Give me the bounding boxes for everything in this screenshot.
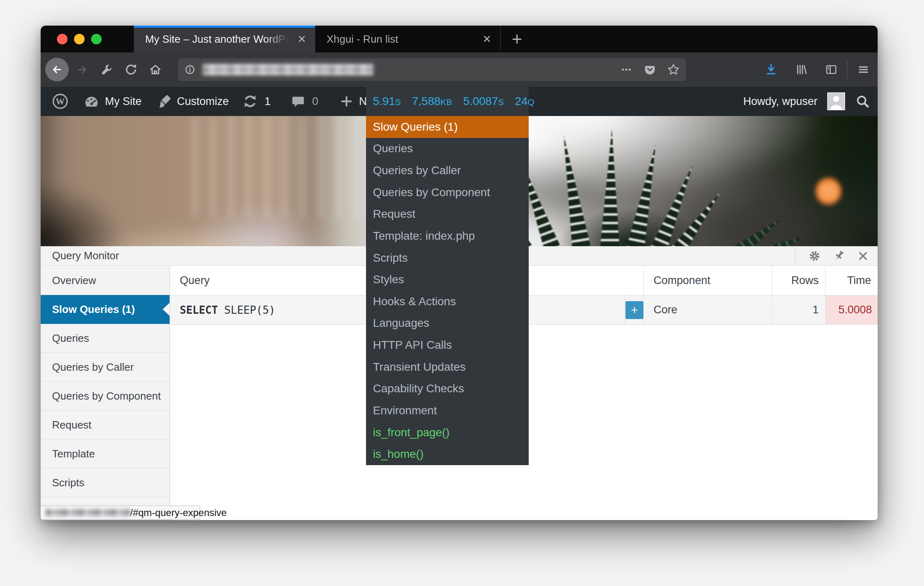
home-button[interactable] [148,63,162,77]
sql-text: SLEEP(5) [218,304,275,316]
qm-menu-item[interactable]: Queries by Component [366,181,529,203]
url-bar[interactable] [178,58,686,81]
qm-sidebar-tab[interactable]: Queries by Caller [41,353,170,382]
menu-hamburger-button[interactable] [856,63,870,77]
qm-menu-item[interactable]: Hooks & Actions [366,291,529,313]
user-avatar[interactable] [827,92,845,110]
qm-menu-item[interactable]: is_home() [366,443,529,465]
redacted-url-text [203,64,373,75]
qm-sidebar-tab[interactable]: Queries by Component [41,382,170,411]
wordpress-logo-icon: W [52,93,69,110]
updates-menu[interactable]: 1 [242,87,271,116]
qm-sidebar-tab[interactable]: Queries [41,324,170,353]
expand-cell: + [625,295,643,325]
comment-bubble-icon [290,94,306,109]
qm-stat: 5.91s [373,95,401,108]
query-monitor-admin-item[interactable]: 5.91s7,588kb5.0087s24q [366,87,529,116]
qm-sidebar-tab[interactable]: Template [41,440,170,468]
qm-menu-item[interactable]: Queries by Caller [366,160,529,181]
divider [795,250,795,262]
pocket-icon[interactable] [643,63,657,77]
person-icon [828,93,844,109]
customize-label: Customize [177,95,229,108]
zoom-window-button[interactable] [91,34,102,44]
qm-sidebar-tab[interactable]: Slow Queries (1) [41,295,170,324]
col-header-time[interactable]: Time [825,266,878,295]
qm-menu-item[interactable]: Queries [366,138,529,160]
comments-menu[interactable]: 0 [290,87,318,116]
page-tools-wrench-icon[interactable] [100,63,113,77]
new-tab-button[interactable]: + [501,26,533,52]
customize-brush-icon [156,93,172,109]
qm-menu-item[interactable]: Scripts [366,247,529,269]
close-panel-icon[interactable] [856,249,870,262]
tab-bar: My Site – Just another WordPress si ✕ Xh… [41,26,878,52]
status-link-suffix: /#qm-query-expensive [130,507,227,518]
orange-bokeh-light [815,177,841,206]
qm-menu-item[interactable]: is_front_page() [366,422,529,444]
updates-count: 1 [265,95,271,108]
qm-stat: 24q [515,95,534,108]
navigation-toolbar [41,52,878,87]
qm-panel-title: Query Monitor [52,249,119,262]
qm-sidebar-tabs: OverviewSlow Queries (1)QueriesQueries b… [41,266,170,520]
qm-menu-item[interactable]: Transient Updates [366,356,529,378]
rows-cell: 1 [772,295,825,325]
qm-menu-item[interactable]: HTTP API Calls [366,334,529,356]
close-window-button[interactable] [57,34,68,44]
updates-icon [242,93,258,109]
settings-gear-icon[interactable] [808,249,822,263]
col-header-component[interactable]: Component [643,266,772,295]
downloads-button[interactable] [764,63,778,77]
back-button[interactable] [45,58,69,81]
wp-admin-bar: W My Site Cus [41,87,878,116]
qm-sidebar-tab[interactable]: Overview [41,266,170,295]
tab-title: Xhgui - Run list [327,33,477,46]
bookmark-star-icon[interactable] [667,63,680,77]
back-arrow-icon [50,63,64,77]
qm-menu-item[interactable]: Languages [366,313,529,335]
my-site-menu[interactable]: My Site [83,87,142,116]
page-actions-icon[interactable] [619,63,633,77]
browser-window: My Site – Just another WordPress si ✕ Xh… [41,26,878,520]
traffic-lights [41,26,134,52]
sidebar-toggle-button[interactable] [824,63,838,77]
col-header-rows[interactable]: Rows [772,266,825,295]
search-icon[interactable] [855,94,870,109]
reload-button[interactable] [124,63,138,77]
qm-admin-dropdown: Slow Queries (1)QueriesQueries by Caller… [366,116,529,465]
redacted-domain-text [46,508,130,517]
howdy-label: Howdy, wpuser [743,95,817,108]
library-button[interactable] [794,63,808,77]
qm-menu-item[interactable]: Environment [366,400,529,422]
wp-logo-menu[interactable]: W [52,87,69,116]
pin-panel-icon[interactable] [832,249,846,263]
sql-keyword: SELECT [180,304,218,316]
qm-menu-item[interactable]: Request [366,203,529,225]
comments-count: 0 [312,95,318,108]
time-cell: 5.0008 [825,295,878,325]
qm-menu-item[interactable]: Styles [366,269,529,291]
tab-my-site[interactable]: My Site – Just another WordPress si ✕ [134,26,315,52]
col-header-expand [625,266,643,295]
qm-menu-item[interactable]: Slow Queries (1) [366,116,529,138]
expand-row-button[interactable]: + [625,301,643,319]
close-tab-icon[interactable]: ✕ [477,33,491,46]
svg-text:W: W [56,96,65,107]
minimize-window-button[interactable] [74,34,85,44]
site-info-icon[interactable] [184,63,196,76]
tab-title: My Site – Just another WordPress si [145,33,292,46]
customize-menu[interactable]: Customize [156,87,229,116]
qm-stat: 5.0087s [463,95,504,108]
qm-sidebar-tab[interactable]: Scripts [41,468,170,497]
forward-button[interactable] [75,63,89,77]
dashboard-gauge-icon [83,93,100,109]
qm-menu-item[interactable]: Capability Checks [366,378,529,400]
qm-menu-item[interactable]: Template: index.php [366,225,529,247]
close-tab-icon[interactable]: ✕ [292,33,306,46]
qm-stat: 7,588kb [412,95,452,108]
tab-xhgui[interactable]: Xhgui - Run list ✕ [315,26,501,52]
qm-sidebar-tab[interactable]: Request [41,411,170,440]
component-cell: Core [643,295,772,325]
plus-icon [339,94,354,109]
